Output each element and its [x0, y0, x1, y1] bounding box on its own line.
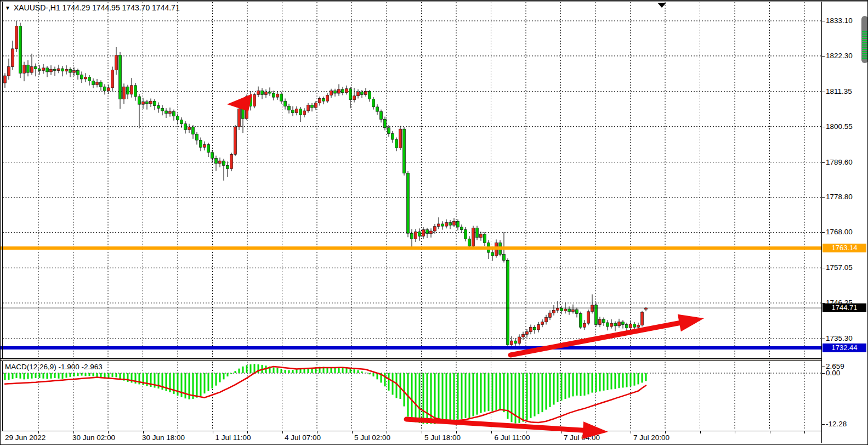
candle-body	[138, 97, 141, 104]
candle-body	[407, 173, 410, 234]
candle-body	[345, 89, 348, 93]
time-tick-label: 7 Jul 20:00	[633, 433, 670, 442]
window-top-edge	[1, 1, 867, 2]
candle-body	[564, 309, 567, 311]
candle-body	[633, 324, 636, 327]
candle-body	[626, 325, 628, 328]
candle-body	[169, 111, 172, 114]
candle-body	[280, 94, 283, 101]
price-tick-mark	[822, 197, 825, 198]
candle-body	[8, 66, 10, 76]
candle-body	[288, 106, 291, 110]
candle-body	[441, 224, 444, 226]
candle-body	[165, 111, 168, 114]
candle-body	[319, 98, 321, 103]
candle-body	[299, 109, 302, 115]
price-tick-label: 1789.60	[826, 158, 853, 166]
candle-body	[146, 102, 149, 104]
resistance-line[interactable]	[1, 246, 821, 250]
time-tick-mark	[282, 431, 283, 433]
candle-body	[445, 223, 448, 227]
last-price-line[interactable]	[1, 308, 821, 308]
indicator-scale-label: -12.28	[826, 420, 847, 428]
time-tick-mark	[665, 431, 666, 433]
chart-shift-marker-icon[interactable]	[657, 3, 666, 8]
candle-body	[107, 88, 110, 91]
candle-body	[342, 89, 344, 93]
candle-body	[334, 91, 337, 93]
candle-body	[591, 305, 594, 312]
price-tick-label: 1811.35	[826, 87, 852, 95]
candle-body	[38, 69, 41, 71]
candle-body	[73, 71, 76, 73]
candle-body	[31, 66, 33, 72]
price-tick-label: 1778.80	[826, 193, 853, 201]
pane-left-border	[2, 2, 3, 442]
candle-body	[173, 111, 175, 116]
time-tick-label: 5 Jul 18:00	[424, 433, 461, 442]
candle-body	[211, 153, 214, 159]
candle-body	[560, 308, 563, 311]
candle-body	[292, 110, 294, 113]
time-tick-mark	[178, 431, 178, 433]
support-line[interactable]	[1, 346, 821, 350]
candle-body	[27, 65, 30, 73]
candle-body	[46, 68, 49, 72]
candle-body	[603, 319, 605, 323]
price-tick-mark	[822, 162, 825, 163]
candle-body	[65, 69, 68, 71]
time-tick-mark	[213, 431, 213, 433]
candle-body	[614, 323, 617, 326]
candle-body	[134, 86, 137, 97]
price-tick-label: 1800.55	[826, 122, 853, 131]
candle-body	[77, 71, 80, 75]
candle-body	[537, 325, 540, 330]
price-badge-resistance-line: 1763.14	[822, 244, 866, 252]
candle-body	[238, 109, 241, 127]
indicator-tick-mark	[822, 373, 825, 374]
candle-body	[549, 313, 552, 317]
candle-body	[453, 221, 456, 225]
time-tick-mark	[770, 431, 770, 433]
candle-body	[315, 103, 317, 108]
price-badge-last-price-line: 1744.71	[822, 303, 866, 312]
candle-body	[438, 224, 440, 227]
candle-body	[234, 127, 237, 154]
candle-body	[557, 308, 559, 311]
candle-body	[376, 107, 379, 111]
price-axis[interactable]: 1833.101822.301811.351800.551789.601778.…	[822, 2, 868, 442]
time-axis[interactable]: 29 Jun 202230 Jun 02:0030 Jun 18:001 Jul…	[1, 431, 821, 443]
pane-separator[interactable]	[1, 358, 867, 361]
candle-body	[200, 140, 202, 147]
candle-body	[534, 327, 536, 330]
candle-body	[192, 127, 195, 134]
candle-body	[576, 309, 578, 313]
candle-body	[399, 129, 402, 148]
candle-body	[583, 323, 586, 327]
candle-body	[35, 66, 37, 69]
candle-body	[338, 89, 341, 93]
candle-body	[553, 310, 555, 313]
price-tick-mark	[822, 92, 825, 92]
time-tick-mark	[247, 431, 248, 433]
candle-body	[142, 102, 145, 104]
candle-body	[618, 322, 621, 326]
candle-body	[276, 94, 279, 97]
main-chart-canvas[interactable]	[1, 1, 868, 445]
candle-body	[19, 26, 22, 73]
candle-body	[69, 69, 72, 72]
candle-body	[545, 317, 548, 322]
candle-body	[246, 97, 248, 119]
candle-body	[84, 77, 87, 79]
candle-body	[599, 319, 602, 324]
candle-body	[403, 129, 406, 173]
price-tick-mark	[822, 56, 825, 57]
time-tick-mark	[422, 431, 422, 433]
candle-body	[131, 86, 133, 94]
candle-body	[296, 109, 298, 112]
candle-body	[530, 327, 532, 331]
price-tick-mark	[822, 21, 825, 21]
candle-body	[415, 232, 417, 239]
scrollbar-thumb[interactable]	[861, 16, 868, 63]
candle-body	[177, 116, 179, 120]
